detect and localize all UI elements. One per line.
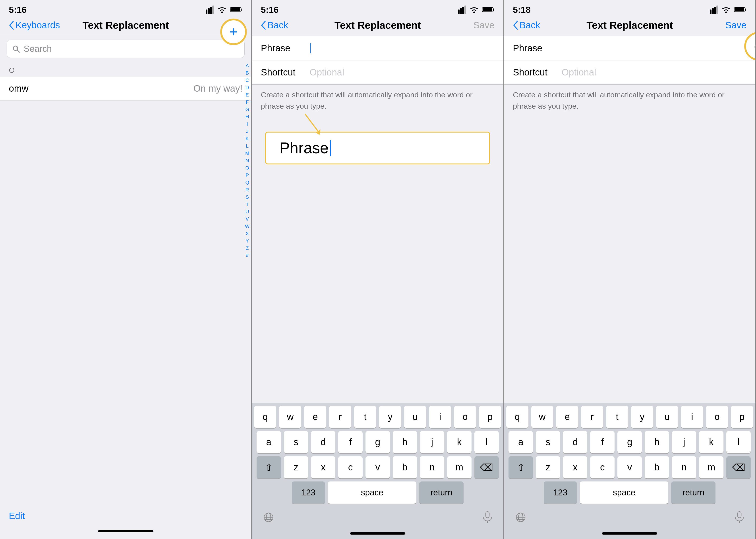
alpha-letter-A[interactable]: A: [246, 62, 249, 69]
key-shift-2[interactable]: ⇧: [257, 456, 281, 478]
key-c-3[interactable]: c: [590, 456, 615, 478]
key-c-2[interactable]: c: [338, 456, 363, 478]
alpha-letter-Y[interactable]: Y: [246, 237, 249, 245]
key-p-3[interactable]: p: [731, 406, 753, 428]
key-j-3[interactable]: j: [672, 431, 696, 453]
key-l-3[interactable]: l: [726, 431, 751, 453]
mic-button-3[interactable]: [732, 509, 746, 527]
key-r-2[interactable]: r: [329, 406, 351, 428]
key-u-2[interactable]: u: [404, 406, 426, 428]
edit-button[interactable]: Edit: [9, 511, 25, 521]
alphabet-index[interactable]: ABCDEFGHIJKLMNOPQRSTUVWXYZ#: [245, 62, 250, 259]
key-x-3[interactable]: x: [563, 456, 587, 478]
key-w-3[interactable]: w: [531, 406, 553, 428]
search-input-wrap[interactable]: Search: [7, 39, 245, 58]
key-l-2[interactable]: l: [474, 431, 499, 453]
alpha-letter-E[interactable]: E: [246, 91, 249, 99]
alpha-letter-U[interactable]: U: [245, 208, 249, 215]
form-row-phrase-3[interactable]: Phrase: [504, 36, 755, 60]
alpha-letter-P[interactable]: P: [246, 172, 249, 179]
alpha-letter-O[interactable]: O: [245, 164, 249, 172]
key-o-2[interactable]: o: [454, 406, 476, 428]
key-h-2[interactable]: h: [393, 431, 417, 453]
alpha-letter-G[interactable]: G: [245, 106, 249, 113]
back-button-2[interactable]: Back: [261, 20, 288, 31]
key-w-2[interactable]: w: [279, 406, 301, 428]
key-p-2[interactable]: p: [479, 406, 501, 428]
alpha-letter-H[interactable]: H: [245, 113, 249, 120]
key-r-3[interactable]: r: [581, 406, 603, 428]
key-space-3[interactable]: space: [580, 482, 668, 503]
key-s-3[interactable]: s: [536, 431, 560, 453]
alpha-letter-V[interactable]: V: [246, 215, 249, 223]
key-k-3[interactable]: k: [699, 431, 723, 453]
save-button-2[interactable]: Save: [473, 20, 495, 31]
list-item-omw[interactable]: omw On my way!: [0, 77, 251, 100]
form-row-shortcut-2[interactable]: Shortcut Optional: [252, 60, 503, 85]
key-a-3[interactable]: a: [509, 431, 533, 453]
alpha-letter-F[interactable]: F: [246, 99, 249, 106]
key-e-2[interactable]: e: [304, 406, 326, 428]
key-s-2[interactable]: s: [284, 431, 308, 453]
alpha-letter-B[interactable]: B: [246, 69, 249, 77]
key-t-3[interactable]: t: [606, 406, 628, 428]
alpha-letter-I[interactable]: I: [247, 120, 248, 128]
key-space-2[interactable]: space: [328, 482, 416, 503]
key-e-3[interactable]: e: [556, 406, 578, 428]
key-z-3[interactable]: z: [536, 456, 560, 478]
key-u-3[interactable]: u: [656, 406, 678, 428]
key-y-3[interactable]: y: [631, 406, 653, 428]
key-o-3[interactable]: o: [706, 406, 728, 428]
key-b-2[interactable]: b: [393, 456, 417, 478]
key-b-3[interactable]: b: [645, 456, 669, 478]
alpha-letter-R[interactable]: R: [245, 186, 249, 193]
key-g-2[interactable]: g: [366, 431, 390, 453]
alpha-letter-X[interactable]: X: [246, 230, 249, 237]
key-delete-2[interactable]: ⌫: [474, 456, 499, 478]
back-button-3[interactable]: Back: [513, 20, 540, 31]
form-row-shortcut-3[interactable]: Shortcut Optional: [504, 60, 755, 85]
globe-button-3[interactable]: [513, 509, 529, 526]
key-n-2[interactable]: n: [420, 456, 444, 478]
key-return-3[interactable]: return: [671, 482, 715, 503]
key-d-3[interactable]: d: [563, 431, 587, 453]
alpha-letter-S[interactable]: S: [246, 193, 249, 201]
alpha-letter-D[interactable]: D: [245, 84, 249, 91]
key-i-2[interactable]: i: [429, 406, 451, 428]
key-j-2[interactable]: j: [420, 431, 444, 453]
globe-button-2[interactable]: [261, 509, 276, 526]
alpha-letter-M[interactable]: M: [245, 150, 249, 157]
key-d-2[interactable]: d: [311, 431, 335, 453]
key-k-2[interactable]: k: [447, 431, 471, 453]
key-f-2[interactable]: f: [338, 431, 363, 453]
key-a-2[interactable]: a: [257, 431, 281, 453]
key-g-3[interactable]: g: [618, 431, 642, 453]
mic-button-2[interactable]: [480, 509, 495, 527]
key-shift-3[interactable]: ⇧: [509, 456, 533, 478]
key-m-3[interactable]: m: [699, 456, 723, 478]
key-n-3[interactable]: n: [672, 456, 696, 478]
key-z-2[interactable]: z: [284, 456, 308, 478]
alpha-letter-T[interactable]: T: [246, 201, 249, 208]
alpha-letter-J[interactable]: J: [246, 128, 248, 135]
alpha-letter-Q[interactable]: Q: [245, 179, 249, 186]
alpha-letter-#[interactable]: #: [246, 252, 249, 259]
key-123-3[interactable]: 123: [544, 482, 577, 503]
key-q-2[interactable]: q: [254, 406, 276, 428]
key-delete-3[interactable]: ⌫: [726, 456, 751, 478]
key-m-2[interactable]: m: [447, 456, 471, 478]
key-q-3[interactable]: q: [506, 406, 529, 428]
alpha-letter-K[interactable]: K: [246, 135, 249, 142]
key-123-2[interactable]: 123: [292, 482, 325, 503]
alpha-letter-N[interactable]: N: [245, 157, 249, 164]
alpha-letter-W[interactable]: W: [245, 223, 250, 230]
alpha-letter-Z[interactable]: Z: [246, 245, 249, 252]
key-i-3[interactable]: i: [681, 406, 703, 428]
alpha-letter-C[interactable]: C: [245, 77, 249, 84]
key-h-3[interactable]: h: [645, 431, 669, 453]
key-return-2[interactable]: return: [419, 482, 463, 503]
key-t-2[interactable]: t: [354, 406, 376, 428]
alpha-letter-L[interactable]: L: [246, 142, 249, 150]
key-x-2[interactable]: x: [311, 456, 335, 478]
save-button-3[interactable]: Save: [725, 20, 746, 31]
